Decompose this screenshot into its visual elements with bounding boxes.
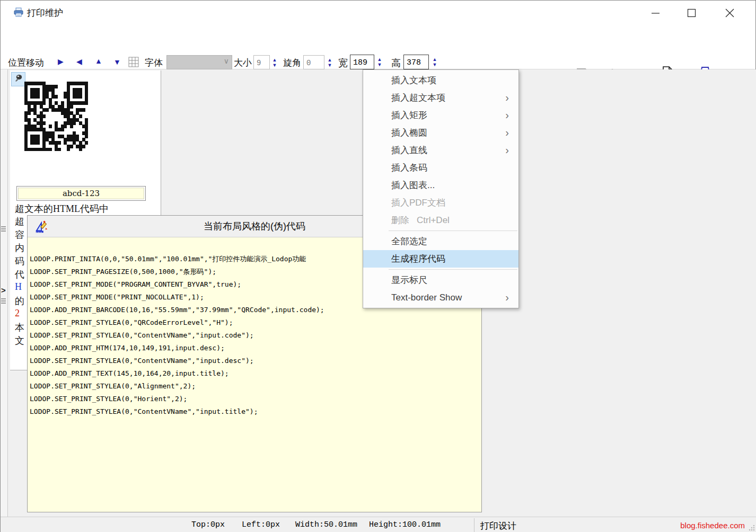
menu-item-label: 生成程序代码	[391, 254, 445, 264]
menu-item[interactable]: 插入超文本项›	[363, 89, 518, 107]
watermark-link: blog.fishedee.com	[680, 521, 745, 530]
spin-up-icon[interactable]: ▲	[272, 57, 277, 63]
submenu-arrow-icon: ›	[505, 124, 509, 141]
menu-item[interactable]: 插入条码	[363, 159, 518, 176]
menu-item-label: 插入矩形	[391, 110, 427, 120]
resize-grip[interactable]	[748, 524, 755, 531]
menu-item-label: 插入PDF文档	[391, 198, 445, 208]
menu-item-label: 插入文本项	[391, 75, 436, 85]
set-square-icon	[35, 220, 49, 236]
minimize-button[interactable]	[643, 1, 667, 25]
html-text-char: 超	[15, 215, 28, 228]
menu-item-label: Text-border Show	[391, 292, 462, 303]
spin-up-icon[interactable]: ▲	[377, 57, 382, 62]
menu-item-label: 插入条码	[391, 163, 427, 173]
chevron-down-icon: ∨	[224, 57, 229, 65]
html-text-char: 容	[15, 228, 28, 242]
move-down-button[interactable]: ▼	[113, 58, 121, 66]
spin-up-icon[interactable]: ▲	[328, 57, 332, 63]
design-workspace: > abcd-123 超文本的HTML代码中 超容内码代H的2本文	[1, 69, 756, 517]
width-input[interactable]	[350, 55, 374, 69]
html-text-char: 内	[15, 242, 28, 255]
code-line: LODOP.SET_PRINT_STYLEA(0,"ContentVName",…	[30, 354, 481, 367]
code-line: LODOP.SET_PRINT_STYLEA(0,"Horient",2);	[30, 393, 481, 405]
code-line: LODOP.SET_PRINT_STYLEA(0,"Alignment",2);	[30, 380, 481, 393]
menu-item[interactable]: 插入椭圆›	[363, 124, 518, 141]
spin-down-icon[interactable]: ▼	[328, 63, 332, 68]
rotation-input[interactable]	[303, 55, 324, 69]
status-left: Left:0px	[242, 520, 280, 529]
width-label: 宽	[338, 57, 348, 69]
width-stepper[interactable]: ▲ ▼	[376, 55, 383, 69]
menu-item[interactable]: 插入文本项	[363, 72, 518, 89]
html-text-wrapped-column[interactable]: 超容内码代H的2本文	[15, 215, 28, 348]
status-mode: 打印设计	[480, 520, 516, 532]
menu-item-label: 删除	[391, 215, 409, 225]
menu-item-label: 插入超文本项	[391, 93, 445, 103]
height-stepper[interactable]: ▲ ▼	[431, 55, 438, 69]
spin-up-icon[interactable]: ▲	[433, 57, 437, 62]
html-text-char: 本	[15, 321, 28, 334]
menu-item[interactable]: 显示标尺	[363, 271, 518, 289]
move-left-button[interactable]: ◀	[76, 57, 82, 66]
menu-item-label: 插入直线	[391, 145, 427, 155]
grid-icon[interactable]	[128, 57, 139, 69]
window-title: 打印维护	[27, 7, 63, 19]
html-text-char: 文	[15, 334, 28, 348]
close-button[interactable]	[717, 1, 742, 25]
menu-item[interactable]: 插入图表...	[363, 176, 518, 194]
panel-expand-chevron-icon[interactable]: >	[1, 286, 6, 295]
menu-item-shortcut: Ctrl+Del	[417, 215, 450, 225]
selection-anchor[interactable]	[11, 72, 25, 86]
panel-grip-icon	[1, 226, 6, 233]
height-input[interactable]	[403, 55, 429, 69]
submenu-arrow-icon: ›	[505, 107, 509, 124]
height-label: 高	[391, 57, 401, 69]
qr-code-object[interactable]	[24, 82, 88, 151]
menu-item[interactable]: 删除Ctrl+Del	[363, 211, 518, 229]
status-separator	[474, 518, 474, 532]
size-label: 大小	[234, 57, 252, 69]
spin-down-icon[interactable]: ▼	[377, 62, 382, 67]
barcode-text-value: abcd-123	[18, 188, 144, 199]
status-bar: Top:0px Left:0px Width:50.01mm Height:10…	[1, 517, 756, 532]
menu-item[interactable]: 插入直线›	[363, 141, 518, 159]
menu-item[interactable]: 插入矩形›	[363, 107, 518, 124]
html-text-object[interactable]: 超文本的HTML代码中	[15, 202, 159, 215]
collapsed-panel-strip: >	[1, 69, 8, 517]
code-line: LODOP.SET_PRINT_STYLEA(0,"QRCodeErrorLev…	[30, 316, 481, 329]
html-text-char: 2	[15, 308, 28, 321]
title-bar[interactable]: 打印维护	[1, 1, 755, 25]
size-input[interactable]	[253, 55, 270, 69]
printer-app-icon	[13, 7, 24, 20]
menu-item-label: 全部选定	[391, 236, 427, 246]
panel-grip-icon	[1, 298, 6, 305]
menu-item[interactable]: 插入PDF文档	[363, 194, 518, 211]
menu-item[interactable]: 生成程序代码	[363, 250, 518, 268]
menu-item-label: 显示标尺	[391, 275, 427, 285]
barcode-text-field[interactable]: abcd-123	[16, 186, 146, 201]
code-line: LODOP.ADD_PRINT_HTM(174,10,149,191,input…	[30, 342, 481, 354]
menu-item[interactable]: 全部选定	[363, 233, 518, 250]
spin-down-icon[interactable]: ▼	[433, 62, 437, 67]
rotation-label: 旋角	[283, 57, 301, 69]
code-line: LODOP.ADD_PRINT_TEXT(145,10,164,20,input…	[30, 367, 481, 380]
size-stepper[interactable]: ▲ ▼	[271, 55, 278, 69]
move-up-button[interactable]: ▲	[95, 57, 102, 65]
menu-item[interactable]: Text-border Show›	[363, 289, 518, 306]
toolbar: 位置移动 ▶ ◀ ▲ ▼ 字体 ∨ 大小 ▲ ▼ 旋角 ▲ ▼ 宽	[1, 25, 755, 69]
status-height: Height:100.01mm	[369, 520, 441, 529]
html-text-char: 代	[15, 268, 28, 281]
html-text-char: 码	[15, 255, 28, 268]
menu-separator	[389, 230, 517, 231]
code-line: LODOP.SET_PRINT_STYLEA(0,"ContentVName",…	[30, 329, 481, 342]
font-select[interactable]: ∨	[166, 55, 232, 69]
move-right-button[interactable]: ▶	[58, 57, 64, 66]
submenu-arrow-icon: ›	[505, 141, 509, 159]
maximize-button[interactable]	[679, 1, 704, 25]
pushpin-icon	[14, 74, 23, 85]
menu-item-label: 插入椭圆	[391, 128, 427, 138]
spin-down-icon[interactable]: ▼	[272, 63, 277, 68]
menu-item-label: 插入图表...	[391, 180, 435, 190]
rotation-stepper[interactable]: ▲ ▼	[326, 55, 333, 69]
